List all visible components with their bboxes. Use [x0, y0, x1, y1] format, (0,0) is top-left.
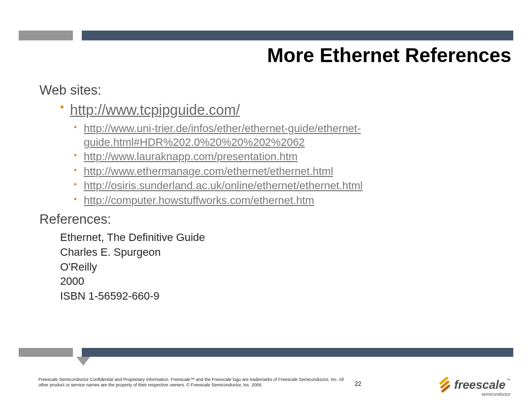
websites-heading: Web sites:	[39, 83, 502, 98]
slide-title: More Ethernet References	[267, 44, 511, 67]
list-item: http://computer.howstuffworks.com/ethern…	[74, 194, 502, 207]
link[interactable]: http://www.ethermanage.com/ethernet/ethe…	[84, 165, 333, 177]
link[interactable]: http://osiris.sunderland.ac.uk/online/et…	[84, 179, 363, 192]
reference-block: Ethernet, The Definitive Guide Charles E…	[39, 230, 502, 303]
bar-segment-gray	[19, 31, 73, 40]
freescale-logo: freescale™ semiconductor	[437, 377, 510, 392]
logo-tm: ™	[506, 378, 510, 382]
logo-text: freescale	[454, 378, 505, 391]
bar-segment-navy	[82, 348, 513, 357]
list-item: http://www.lauraknapp.com/presentation.h…	[74, 150, 502, 164]
logo-wordmark: freescale™ semiconductor	[454, 378, 510, 392]
logo-swish-icon	[437, 377, 452, 392]
list-item: http://osiris.sunderland.ac.uk/online/et…	[74, 179, 502, 193]
logo-subtext: semiconductor	[481, 392, 510, 397]
ref-line: O'Reilly	[60, 260, 502, 274]
bottom-decor-bar	[19, 348, 513, 357]
footer-legal-text: Freescale Semiconductor Confidential and…	[38, 377, 344, 387]
bar-segment-gray	[19, 348, 73, 357]
list-item: http://www.uni-trier.de/infos/ether/ethe…	[74, 122, 502, 149]
ref-line: Charles E. Spurgeon	[60, 245, 502, 260]
ref-line: Ethernet, The Definitive Guide	[60, 230, 502, 245]
page-number: 22	[355, 380, 361, 387]
link[interactable]: http://www.uni-trier.de/infos/ether/ethe…	[84, 122, 361, 148]
link[interactable]: http://www.tcpipguide.com/	[70, 102, 240, 118]
list-item: http://www.ethermanage.com/ethernet/ethe…	[74, 165, 502, 178]
triangle-decor-icon	[76, 357, 90, 366]
slide-content: Web sites: http://www.tcpipguide.com/ ht…	[39, 83, 502, 304]
link[interactable]: http://www.lauraknapp.com/presentation.h…	[84, 150, 298, 163]
sub-link-list: http://www.uni-trier.de/infos/ether/ethe…	[39, 122, 502, 207]
list-item: http://www.tcpipguide.com/	[60, 101, 502, 119]
ref-line: 2000	[60, 274, 502, 289]
link[interactable]: http://computer.howstuffworks.com/ethern…	[84, 194, 314, 206]
ref-line: ISBN 1-56592-660-9	[60, 289, 502, 304]
main-link-list: http://www.tcpipguide.com/	[39, 101, 502, 119]
references-heading: References:	[39, 212, 502, 227]
top-decor-bar	[19, 31, 513, 40]
bar-segment-navy	[82, 31, 513, 40]
